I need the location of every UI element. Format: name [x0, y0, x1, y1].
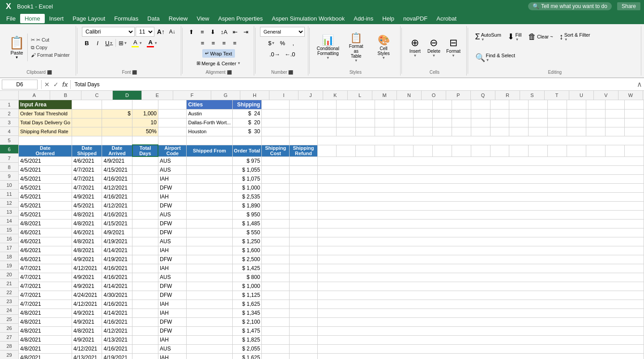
cell-d29[interactable]: [132, 353, 158, 359]
cell-a26[interactable]: 4/8/2021: [19, 326, 72, 335]
cell-g27[interactable]: $ 1,825: [232, 335, 261, 344]
cell-v2[interactable]: [548, 109, 567, 118]
cell-v4[interactable]: [548, 127, 567, 136]
cell-c4[interactable]: [102, 127, 132, 136]
cell-i5[interactable]: [290, 136, 317, 145]
cell-b19[interactable]: 4/12/2021: [72, 264, 102, 273]
cell-s6[interactable]: [490, 145, 509, 156]
cell-s2[interactable]: [490, 109, 509, 118]
cell-h27[interactable]: [262, 335, 290, 344]
align-center-button[interactable]: ≡: [209, 38, 218, 48]
col-header-s[interactable]: S: [520, 91, 545, 100]
cell-h11[interactable]: [262, 192, 290, 201]
name-box[interactable]: [2, 80, 38, 89]
cell-a7[interactable]: 4/5/2021: [19, 156, 72, 165]
clear-button[interactable]: 🗑 Clear ~: [525, 31, 556, 43]
col-header-q[interactable]: Q: [471, 91, 495, 100]
cell-g20[interactable]: $ 800: [232, 273, 261, 282]
cell-w3[interactable]: [567, 118, 586, 127]
cell-c3[interactable]: [102, 118, 132, 127]
cell-b2[interactable]: [72, 109, 102, 118]
cell-f10[interactable]: [187, 183, 232, 192]
cell-d9[interactable]: [132, 174, 158, 183]
cell-f11[interactable]: [187, 192, 232, 201]
cell-c8[interactable]: 4/15/2021: [102, 165, 132, 174]
cell-l4[interactable]: [356, 127, 375, 136]
cell-a27[interactable]: 4/8/2021: [19, 335, 72, 344]
cell-m1[interactable]: [375, 100, 394, 109]
cell-e11[interactable]: IAH: [158, 192, 186, 201]
cell-h4[interactable]: [262, 127, 290, 136]
cell-i17[interactable]: [290, 246, 317, 255]
cell-e6[interactable]: AirportCode: [158, 145, 186, 156]
cell-f19[interactable]: [187, 264, 232, 273]
cell-g19[interactable]: $ 1,425: [232, 264, 261, 273]
fill-color-button[interactable]: A ▼: [130, 38, 144, 48]
cell-c15[interactable]: 4/9/2021: [102, 228, 132, 237]
cell-q4[interactable]: [452, 127, 471, 136]
cell-h10[interactable]: [262, 183, 290, 192]
cell-p6[interactable]: [432, 145, 452, 156]
decrease-decimal-button[interactable]: ←.0: [283, 49, 297, 59]
decrease-font-button[interactable]: A↓: [167, 27, 177, 37]
cell-d7[interactable]: [132, 156, 158, 165]
cell-p3[interactable]: [432, 118, 452, 127]
cell-g9[interactable]: $ 1,075: [232, 174, 261, 183]
cell-h9[interactable]: [262, 174, 290, 183]
cell-j1[interactable]: [317, 100, 337, 109]
cell-v3[interactable]: [548, 118, 567, 127]
cell-a5[interactable]: [19, 136, 72, 145]
wrap-text-button[interactable]: ↵ Wrap Text: [202, 49, 235, 58]
cell-f8[interactable]: [187, 165, 232, 174]
cell-h3[interactable]: [262, 118, 290, 127]
cell-e5[interactable]: [158, 136, 186, 145]
cell-e10[interactable]: DFW: [158, 183, 186, 192]
increase-decimal-button[interactable]: .0→: [268, 49, 282, 59]
cell-d11[interactable]: [132, 192, 158, 201]
menu-formulas[interactable]: Formulas: [110, 14, 143, 23]
cell-s1[interactable]: [490, 100, 509, 109]
cell-x4[interactable]: [586, 127, 606, 136]
cell-q2[interactable]: [452, 109, 471, 118]
cell-e3[interactable]: [158, 118, 186, 127]
tell-me-box[interactable]: 🔍 Tell me what you want to do: [528, 2, 612, 10]
cell-c12[interactable]: 4/12/2021: [102, 201, 132, 210]
col-header-r[interactable]: R: [495, 91, 520, 100]
cell-p2[interactable]: [432, 109, 452, 118]
cell-h1[interactable]: [262, 100, 290, 109]
cell-f9[interactable]: [187, 174, 232, 183]
cell-h21[interactable]: [262, 282, 290, 291]
col-header-n[interactable]: N: [397, 91, 422, 100]
cell-o6[interactable]: [414, 145, 433, 156]
cell-l1[interactable]: [356, 100, 375, 109]
cell-e15[interactable]: DFW: [158, 228, 186, 237]
cell-h28[interactable]: [262, 344, 290, 353]
cell-i1[interactable]: [290, 100, 317, 109]
cell-b9[interactable]: 4/7/2021: [72, 174, 102, 183]
cell-d4[interactable]: 50%: [132, 127, 158, 136]
cell-d24[interactable]: [132, 308, 158, 317]
cell-a25[interactable]: 4/8/2021: [19, 317, 72, 326]
cell-u1[interactable]: [529, 100, 548, 109]
align-right-button[interactable]: ≡: [219, 38, 229, 48]
cell-i22[interactable]: [290, 291, 317, 300]
cell-h25[interactable]: [262, 317, 290, 326]
col-header-k[interactable]: K: [323, 91, 348, 100]
cell-g1[interactable]: Shipping: [232, 100, 261, 109]
cell-h18[interactable]: [262, 255, 290, 264]
formula-expand-icon[interactable]: ∧: [637, 80, 642, 89]
format-table-button[interactable]: 📋 Format asTable ▼: [343, 31, 368, 63]
col-header-d[interactable]: D: [113, 91, 142, 100]
cell-r1[interactable]: [471, 100, 490, 109]
cell-g16[interactable]: $ 1,250: [232, 237, 261, 246]
cell-a22[interactable]: 4/7/2021: [19, 291, 72, 300]
cell-y1[interactable]: [605, 100, 624, 109]
cell-t6[interactable]: [509, 145, 529, 156]
cell-e14[interactable]: DFW: [158, 219, 186, 228]
cell-g21[interactable]: $ 1,000: [232, 282, 261, 291]
cell-k4[interactable]: [337, 127, 356, 136]
cell-d25[interactable]: [132, 317, 158, 326]
cell-d2[interactable]: 1,000: [132, 109, 158, 118]
cell-d21[interactable]: [132, 282, 158, 291]
cell-i23[interactable]: [290, 300, 317, 308]
